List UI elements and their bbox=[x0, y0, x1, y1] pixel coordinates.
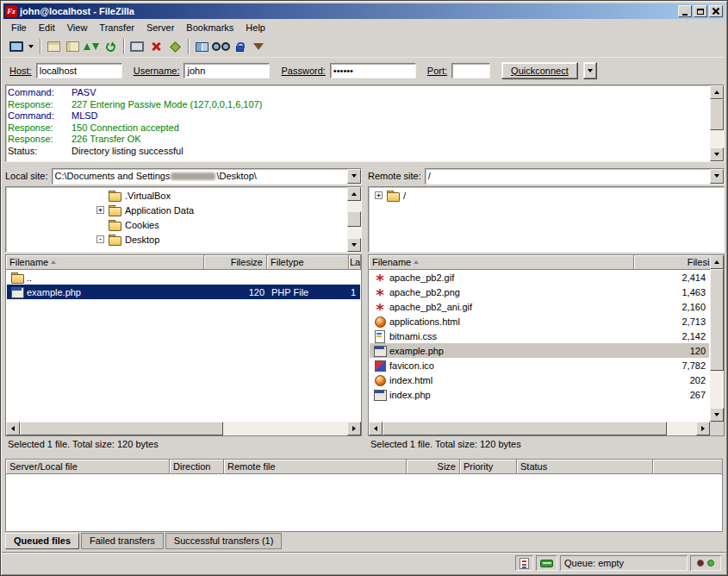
file-row[interactable]: applications.html 2,713 bbox=[370, 314, 709, 329]
title-bar[interactable]: Fz john@localhost - FileZilla bbox=[3, 3, 725, 19]
scroll-up-button[interactable] bbox=[710, 255, 724, 269]
tree-expander[interactable]: + bbox=[375, 191, 383, 199]
log-line-type: Response: bbox=[8, 122, 72, 135]
scroll-down-button[interactable] bbox=[710, 408, 724, 422]
pane-splitter[interactable] bbox=[362, 167, 368, 451]
queue-tab[interactable]: Successful transfers (1) bbox=[165, 533, 283, 549]
cancel-button[interactable] bbox=[146, 38, 165, 56]
menu-item[interactable]: View bbox=[61, 20, 94, 35]
close-button[interactable] bbox=[709, 5, 723, 17]
chevron-down-icon bbox=[714, 174, 719, 178]
refresh-button[interactable] bbox=[101, 38, 120, 56]
remote-directory-tree: + / bbox=[368, 186, 725, 253]
scroll-up-button[interactable] bbox=[710, 85, 724, 99]
password-input[interactable] bbox=[330, 63, 416, 78]
log-scrollbar[interactable] bbox=[710, 85, 724, 161]
site-manager-button[interactable] bbox=[7, 38, 26, 56]
menu-item[interactable]: Server bbox=[140, 20, 180, 35]
tree-item[interactable]: - Desktop bbox=[7, 232, 346, 247]
chevron-down-icon bbox=[28, 45, 34, 48]
scroll-down-button[interactable] bbox=[347, 238, 361, 252]
tree-expander[interactable]: + bbox=[96, 206, 104, 214]
scroll-down-button[interactable] bbox=[710, 147, 724, 161]
tree-item[interactable]: .VirtualBox bbox=[7, 188, 346, 203]
disconnect-button[interactable] bbox=[165, 38, 184, 56]
port-label: Port: bbox=[427, 66, 447, 76]
scroll-thumb[interactable] bbox=[347, 211, 361, 227]
queue-column-header[interactable]: Remote file bbox=[224, 460, 407, 474]
file-name: bitnami.css bbox=[389, 331, 437, 341]
local-site-dropdown[interactable] bbox=[347, 169, 361, 184]
scroll-thumb[interactable] bbox=[710, 99, 724, 130]
scroll-thumb[interactable] bbox=[383, 422, 667, 435]
process-queue-button[interactable] bbox=[128, 38, 146, 56]
file-row[interactable]: bitnami.css 2,142 bbox=[370, 329, 709, 343]
binoculars-icon bbox=[212, 42, 230, 51]
local-site-combo[interactable]: C:\Documents and Settings\Desktop\ bbox=[52, 168, 362, 185]
queue-column-header[interactable]: Size bbox=[407, 460, 460, 474]
file-row[interactable]: apache_pb2_ani.gif 2,160 bbox=[370, 299, 709, 314]
scroll-thumb[interactable] bbox=[710, 269, 724, 371]
local-site-path: C:\Documents and Settings\Desktop\ bbox=[55, 171, 347, 181]
directory-comparison-button[interactable] bbox=[192, 38, 211, 56]
column-header[interactable]: Filetype bbox=[267, 255, 349, 270]
file-row[interactable]: example.php 120 PHP File 1 bbox=[7, 285, 360, 299]
column-header[interactable]: Filename bbox=[6, 255, 204, 270]
tree-item[interactable]: + Application Data bbox=[7, 203, 346, 217]
column-header[interactable]: Filesize bbox=[204, 255, 267, 270]
toggle-transfer-queue-button[interactable] bbox=[82, 38, 101, 56]
port-input[interactable] bbox=[451, 63, 490, 78]
toggle-directory-trees-button[interactable] bbox=[63, 38, 82, 56]
filter-button[interactable] bbox=[249, 38, 268, 56]
scroll-thumb[interactable] bbox=[20, 422, 223, 435]
minimize-button[interactable] bbox=[678, 5, 692, 17]
find-files-button[interactable] bbox=[211, 38, 230, 56]
column-header[interactable]: Last modified bbox=[349, 255, 361, 270]
scroll-up-button[interactable] bbox=[347, 187, 361, 201]
local-horizontal-scrollbar[interactable] bbox=[6, 422, 361, 435]
scroll-left-button[interactable] bbox=[369, 422, 383, 435]
site-manager-dropdown[interactable] bbox=[26, 38, 36, 56]
menu-item[interactable]: Bookmarks bbox=[180, 20, 240, 35]
compare-icon bbox=[196, 42, 208, 52]
css-file-icon bbox=[373, 330, 387, 341]
tree-item[interactable]: + / bbox=[370, 188, 723, 203]
tree-item[interactable]: Cookies bbox=[7, 217, 346, 232]
username-input[interactable] bbox=[184, 63, 270, 78]
toggle-message-log-button[interactable] bbox=[44, 38, 63, 56]
file-row[interactable]: index.php 267 bbox=[370, 387, 709, 402]
file-row[interactable]: apache_pb2.gif 2,414 bbox=[370, 270, 709, 285]
quickconnect-dropdown[interactable] bbox=[583, 62, 597, 79]
file-row[interactable]: example.php 120 bbox=[370, 343, 709, 358]
scroll-right-button[interactable] bbox=[347, 422, 361, 435]
image-file-icon bbox=[373, 286, 387, 297]
local-tree-scrollbar[interactable] bbox=[347, 187, 361, 252]
remote-horizontal-scrollbar[interactable] bbox=[369, 422, 710, 435]
queue-tab[interactable]: Queued files bbox=[5, 533, 79, 549]
tree-expander[interactable]: - bbox=[96, 235, 104, 243]
file-row[interactable]: .. bbox=[7, 270, 360, 285]
queue-column-header[interactable]: Direction bbox=[170, 460, 224, 474]
queue-tab[interactable]: Failed transfers bbox=[81, 533, 164, 549]
column-header-label: Filename bbox=[9, 257, 48, 267]
scroll-left-button[interactable] bbox=[6, 422, 20, 435]
quickconnect-button[interactable]: Quickconnect bbox=[501, 62, 578, 79]
synchronized-browsing-button[interactable] bbox=[230, 38, 249, 56]
file-row[interactable]: favicon.ico 7,782 bbox=[370, 358, 709, 373]
file-row[interactable]: apache_pb2.png 1,463 bbox=[370, 285, 709, 299]
maximize-button[interactable] bbox=[694, 5, 707, 17]
menu-item[interactable]: Edit bbox=[33, 20, 61, 35]
queue-column-header[interactable]: Status bbox=[517, 460, 653, 474]
menu-item[interactable]: Help bbox=[240, 20, 271, 35]
host-input[interactable] bbox=[36, 63, 122, 78]
remote-site-combo[interactable]: / bbox=[425, 168, 725, 185]
queue-column-header[interactable]: Server/Local file bbox=[6, 460, 170, 474]
queue-column-header[interactable]: Priority bbox=[460, 460, 517, 474]
file-row[interactable]: index.html 202 bbox=[370, 373, 709, 387]
column-header[interactable]: Filename bbox=[369, 255, 634, 270]
remote-vertical-scrollbar[interactable] bbox=[710, 255, 724, 422]
menu-item[interactable]: File bbox=[5, 20, 33, 35]
scroll-right-button[interactable] bbox=[696, 422, 710, 435]
menu-item[interactable]: Transfer bbox=[93, 20, 140, 35]
remote-site-dropdown[interactable] bbox=[710, 169, 724, 184]
